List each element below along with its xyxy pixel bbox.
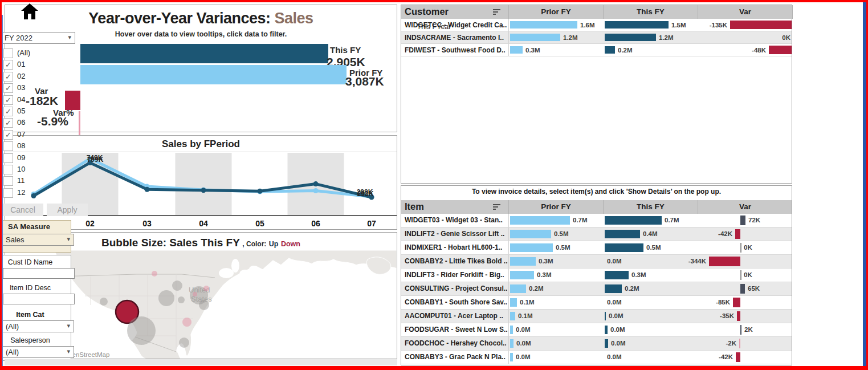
table-row[interactable]: INDLIFT2 - Genie Scissor Lift ..0.5M0.4M… (401, 227, 792, 241)
table-row[interactable]: CONBABY2 - Little Tikes Bold ..0.3M0.0M-… (401, 255, 792, 269)
x-axis-label-06[interactable]: 06 (304, 219, 327, 228)
table-row[interactable]: INDLIFT3 - Rider Forklift - Big..0.3M0.3… (401, 269, 792, 282)
this-fy-bar[interactable] (605, 312, 606, 320)
table-row[interactable]: CONBABY3 - Grac Pack N Pla..0.0M0.0M-42K (401, 351, 792, 364)
this-fy-bar[interactable] (605, 326, 608, 334)
prior-fy-bar[interactable] (510, 46, 523, 54)
checkbox-12[interactable] (3, 188, 13, 198)
this-fy-bar[interactable] (605, 271, 629, 279)
sa-measure-select[interactable]: Sales ▾ (2, 234, 68, 246)
var-bar-negative[interactable] (737, 311, 740, 321)
var-bar-negative[interactable] (736, 352, 740, 362)
this-fy-bar[interactable] (605, 34, 656, 41)
checkbox-label: 07 (17, 130, 25, 139)
prior-fy-bar[interactable] (510, 34, 560, 41)
checkbox-07[interactable]: ✓ (3, 130, 13, 140)
prior-fy-bar[interactable] (510, 216, 570, 225)
column-header-dim[interactable]: Customer (401, 5, 509, 19)
column-header-var[interactable]: Var (698, 5, 793, 19)
table-row[interactable]: INDSACRAME - Sacramento I..1.2M1.2M0K (401, 31, 792, 44)
this-fy-bar[interactable] (605, 339, 608, 348)
checkbox-04[interactable]: ✓ (3, 95, 13, 105)
cancel-button[interactable]: Cancel (2, 204, 43, 216)
checkbox-06[interactable]: ✓ (3, 118, 13, 128)
map-bubble-gray[interactable] (158, 290, 174, 306)
home-icon[interactable] (21, 3, 39, 22)
map-bubble-pink[interactable] (193, 292, 197, 296)
apply-button[interactable]: Apply (47, 204, 68, 216)
filter-icon[interactable] (493, 9, 500, 15)
var-bar-positive[interactable] (740, 284, 745, 294)
map-bubble-pink[interactable] (203, 286, 209, 291)
column-header-var[interactable]: Var (698, 200, 792, 214)
map-bubble-gray[interactable] (172, 280, 182, 291)
column-header-dim[interactable]: Item (401, 200, 509, 214)
prior-fy-bar[interactable] (510, 230, 551, 238)
prior-fy-bar[interactable] (510, 257, 536, 266)
map-bubble-gray[interactable] (179, 338, 189, 348)
checkbox-05[interactable]: ✓ (3, 107, 13, 116)
prior-fy-bar[interactable] (510, 298, 517, 307)
checkbox-11[interactable] (3, 176, 13, 186)
column-header-this_fy[interactable]: This FY (604, 200, 698, 214)
map-bubble-pink[interactable] (182, 318, 191, 327)
checkbox-All[interactable] (3, 48, 13, 58)
x-axis-label-03[interactable]: 03 (136, 219, 158, 228)
var-bar-negative[interactable] (733, 298, 740, 307)
map-bubble-gray[interactable] (100, 298, 108, 306)
map-bubble-gray[interactable] (178, 296, 185, 303)
this-fy-bar[interactable] (605, 230, 640, 238)
this-fy-bar[interactable] (605, 284, 622, 293)
yoy-bar-priorfy[interactable] (80, 65, 347, 84)
var-bar-positive[interactable] (740, 325, 741, 335)
this-fy-bar[interactable] (605, 243, 643, 252)
prior-fy-bar[interactable] (510, 326, 513, 334)
var-bar-negative[interactable] (735, 229, 740, 239)
table-row[interactable]: INDMIXER1 - Hobart HL600-1..0.5M0.5M0K (401, 241, 792, 255)
table-row[interactable]: WIDGET03 - Widget 03 - Stan..0.7M0.7M72K (401, 214, 792, 227)
item-id-desc-input[interactable] (3, 294, 68, 304)
column-header-prior[interactable]: Prior FY (509, 5, 604, 19)
table-row[interactable]: FDIWEST - Southwest Food D..0.3M0.2M-48K (401, 44, 792, 56)
checkbox-03[interactable]: ✓ (3, 83, 13, 93)
map-bubble-gray[interactable] (199, 300, 209, 310)
checkbox-02[interactable]: ✓ (3, 72, 13, 82)
var-bar-positive[interactable] (740, 216, 745, 225)
prior-fy-bar[interactable] (510, 353, 513, 361)
checkbox-10[interactable] (3, 165, 13, 174)
prior-fy-bar[interactable] (510, 284, 526, 293)
var-bar-negative[interactable] (769, 46, 792, 54)
prior-fy-bar[interactable] (510, 339, 514, 348)
table-row[interactable]: FOODCHOC - Hershey Chocol..0.0M0.0M-2K (401, 337, 792, 351)
x-axis-label-02[interactable]: 02 (79, 219, 101, 228)
table-row[interactable]: FOODSUGAR - Sweet N Low S..0.0M0.0M2K (401, 323, 792, 337)
cust-id-name-input[interactable] (3, 268, 68, 279)
map-bubble-gray[interactable] (127, 316, 156, 345)
table-row[interactable]: AACOMPUT01 - Acer Laptop ..0.1M0.0M-35K (401, 310, 792, 323)
fyear-select[interactable]: FY 2022 ▾ (1, 32, 68, 44)
var-cell: 0K (698, 269, 792, 282)
yoy-bar-var[interactable] (79, 111, 80, 135)
yoy-bar-thisfy[interactable] (80, 44, 328, 63)
x-axis-label-07[interactable]: 07 (360, 219, 383, 228)
var-bar-negative[interactable] (739, 339, 740, 348)
map-bubble-pink[interactable] (152, 271, 157, 277)
prior-fy-bar[interactable] (510, 312, 515, 320)
column-header-this_fy[interactable]: This FY (604, 5, 698, 19)
table-row[interactable]: CONBABY1 - South Shore Sav..0.1M0.0M-85K (401, 296, 792, 310)
this-fy-bar[interactable] (605, 216, 662, 225)
column-header-prior[interactable]: Prior FY (509, 200, 604, 214)
prior-fy-bar[interactable] (510, 243, 553, 252)
checkbox-01[interactable]: ✓ (3, 60, 13, 70)
checkbox-08[interactable] (3, 141, 13, 151)
item-cat-select[interactable]: (All) ▾ (2, 320, 68, 332)
var-bar-negative[interactable] (709, 257, 740, 266)
x-axis-label-04[interactable]: 04 (192, 219, 215, 228)
filter-icon[interactable] (493, 204, 500, 210)
table-row[interactable]: CONSULTING - Project Consul..0.2M0.2M65K (401, 282, 792, 296)
salesperson-select[interactable]: (All) ▾ (2, 346, 68, 358)
x-axis-label-05[interactable]: 05 (248, 219, 271, 228)
prior-fy-bar[interactable] (510, 271, 534, 279)
this-fy-bar[interactable] (605, 46, 615, 54)
checkbox-09[interactable] (3, 153, 13, 163)
